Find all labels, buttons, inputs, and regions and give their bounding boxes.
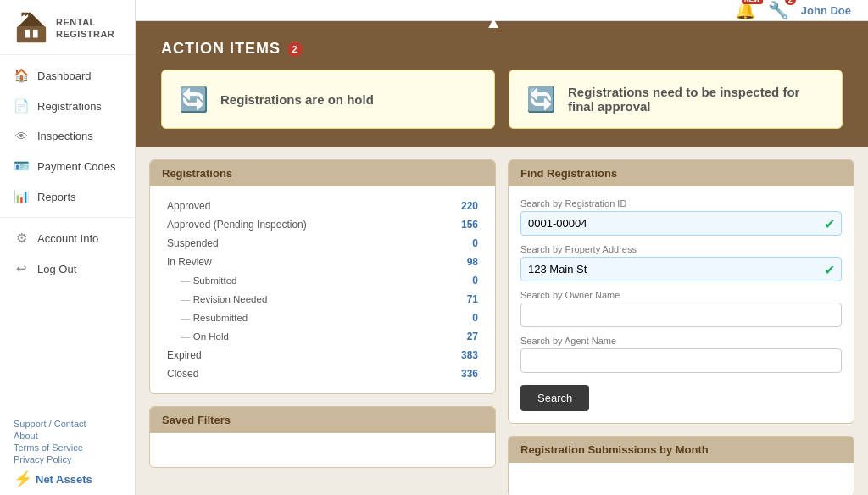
label-agent-name: Search by Agent Name <box>520 336 842 346</box>
main-content: 🔔 NEW 🔧 2 John Doe ▲ ACTION ITEMS 2 🔄 Re… <box>136 0 868 495</box>
eye-icon: 👁 <box>14 129 29 143</box>
table-row[interactable]: Submitted0 <box>162 271 483 290</box>
table-row[interactable]: Approved220 <box>162 197 483 215</box>
sidebar-footer: Support / Contact About Terms of Service… <box>0 412 135 495</box>
terms-link[interactable]: Terms of Service <box>14 442 121 453</box>
sidebar-label-reports: Reports <box>37 191 76 203</box>
sidebar-divider <box>0 217 135 218</box>
field-agent-name: Search by Agent Name <box>520 336 842 373</box>
registrations-card-header: Registrations <box>150 160 495 186</box>
hero-card-inspection[interactable]: 🔄 Registrations need to be inspected for… <box>509 70 843 129</box>
logo-text-line2: REGISTRAR <box>56 28 114 40</box>
logo-text-line1: RENTAL <box>56 16 114 28</box>
net-assets-brand: ⚡ Net Assets <box>14 470 121 488</box>
saved-filters-header: Saved Filters <box>150 407 495 433</box>
about-link[interactable]: About <box>14 431 121 441</box>
find-registrations-card: Find Registrations Search by Registratio… <box>508 159 854 424</box>
hero-cards: 🔄 Registrations are on hold 🔄 Registrati… <box>161 70 843 129</box>
reg-submissions-card: Registration Submissions by Month <box>508 436 854 495</box>
label-registration-id: Search by Registration ID <box>520 198 842 209</box>
net-assets-label: Net Assets <box>36 473 92 486</box>
sidebar-label-payment-codes: Payment Codes <box>37 160 116 173</box>
left-column: Registrations Approved220Approved (Pendi… <box>149 159 496 495</box>
check-icon-1: ✔ <box>824 215 835 231</box>
logo: RENTAL REGISTRAR <box>0 0 135 55</box>
sidebar-item-inspections[interactable]: 👁 Inspections <box>0 121 135 151</box>
input-agent-name[interactable] <box>520 348 842 373</box>
sidebar-label-account-info: Account Info <box>37 232 98 245</box>
hero-card-on-hold-text: Registrations are on hold <box>220 92 374 107</box>
saved-filters-card: Saved Filters <box>149 406 496 468</box>
hero-card-on-hold[interactable]: 🔄 Registrations are on hold <box>161 70 495 129</box>
check-icon-2: ✔ <box>824 261 835 277</box>
table-row[interactable]: Approved (Pending Inspection)156 <box>162 215 483 234</box>
document-icon: 📄 <box>14 98 29 114</box>
sidebar-item-reports[interactable]: 📊 Reports <box>0 181 135 212</box>
table-row[interactable]: On Hold27 <box>162 327 483 346</box>
right-column: Find Registrations Search by Registratio… <box>508 159 854 495</box>
table-row[interactable]: Resubmitted0 <box>162 309 483 327</box>
find-registrations-body: Search by Registration ID ✔ Search by Pr… <box>509 186 854 423</box>
hero-banner: ▲ ACTION ITEMS 2 🔄 Registrations are on … <box>136 21 868 147</box>
privacy-link[interactable]: Privacy Policy <box>14 454 121 464</box>
card-icon: 🪪 <box>14 159 29 174</box>
sidebar-label-inspections: Inspections <box>37 130 93 142</box>
field-owner-name: Search by Owner Name <box>520 290 842 327</box>
label-owner-name: Search by Owner Name <box>520 290 842 300</box>
sidebar-nav: 🏠 Dashboard 📄 Registrations 👁 Inspection… <box>0 55 135 412</box>
table-row[interactable]: Closed336 <box>162 364 483 383</box>
gear-badge: 2 <box>785 0 796 5</box>
gear-icon: ⚙ <box>14 231 29 246</box>
svg-marker-4 <box>22 13 25 17</box>
find-registrations-header: Find Registrations <box>509 160 854 186</box>
sidebar-label-registrations: Registrations <box>37 100 102 113</box>
svg-rect-0 <box>17 26 46 42</box>
sidebar-item-log-out[interactable]: ↩ Log Out <box>0 253 135 284</box>
reg-submissions-body <box>509 463 854 495</box>
hero-card-inspection-text: Registrations need to be inspected for f… <box>568 85 825 114</box>
svg-marker-5 <box>25 13 28 17</box>
reg-submissions-header: Registration Submissions by Month <box>509 437 854 463</box>
support-link[interactable]: Support / Contact <box>14 419 121 429</box>
action-items-badge: 2 <box>287 42 303 57</box>
chart-icon: 📊 <box>14 189 29 204</box>
net-assets-icon: ⚡ <box>14 470 32 488</box>
sidebar-label-log-out: Log Out <box>37 263 76 275</box>
sidebar-item-account-info[interactable]: ⚙ Account Info <box>0 223 135 253</box>
table-row[interactable]: Revision Needed71 <box>162 290 483 309</box>
search-button[interactable]: Search <box>520 385 589 411</box>
table-row[interactable]: Suspended0 <box>162 234 483 253</box>
input-registration-id[interactable] <box>520 211 842 236</box>
sidebar-label-dashboard: Dashboard <box>37 70 92 82</box>
topbar: 🔔 NEW 🔧 2 John Doe <box>136 0 868 21</box>
input-property-address[interactable] <box>520 257 842 281</box>
table-row[interactable]: In Review98 <box>162 253 483 271</box>
sidebar-item-payment-codes[interactable]: 🪪 Payment Codes <box>0 151 135 181</box>
registrations-card-body: Approved220Approved (Pending Inspection)… <box>150 186 495 393</box>
sidebar: RENTAL REGISTRAR 🏠 Dashboard 📄 Registrat… <box>0 0 136 495</box>
home-icon: 🏠 <box>14 68 29 83</box>
content-area: Registrations Approved220Approved (Pendi… <box>136 147 868 495</box>
notifications-bell[interactable]: 🔔 NEW <box>735 0 756 20</box>
inspection-icon: 🔄 <box>526 86 556 114</box>
sidebar-item-dashboard[interactable]: 🏠 Dashboard <box>0 60 135 91</box>
action-items-title: ACTION ITEMS 2 <box>161 40 843 58</box>
saved-filters-body <box>150 433 495 467</box>
label-property-address: Search by Property Address <box>520 244 842 254</box>
registrations-table: Approved220Approved (Pending Inspection)… <box>162 197 483 383</box>
input-owner-name[interactable] <box>520 303 842 327</box>
chevron-up-icon: ▲ <box>485 13 502 32</box>
on-hold-icon: 🔄 <box>179 86 209 114</box>
logout-icon: ↩ <box>14 261 29 276</box>
settings-gear[interactable]: 🔧 2 <box>768 0 789 20</box>
svg-rect-3 <box>33 30 38 38</box>
svg-rect-2 <box>25 30 30 38</box>
sidebar-item-registrations[interactable]: 📄 Registrations <box>0 91 135 121</box>
field-property-address: Search by Property Address ✔ <box>520 244 842 281</box>
table-row[interactable]: Expired383 <box>162 346 483 364</box>
logo-icon <box>14 10 49 46</box>
bell-badge: NEW <box>742 0 763 4</box>
registrations-card: Registrations Approved220Approved (Pendi… <box>149 159 496 394</box>
field-registration-id: Search by Registration ID ✔ <box>520 198 842 236</box>
user-name[interactable]: John Doe <box>801 4 851 17</box>
